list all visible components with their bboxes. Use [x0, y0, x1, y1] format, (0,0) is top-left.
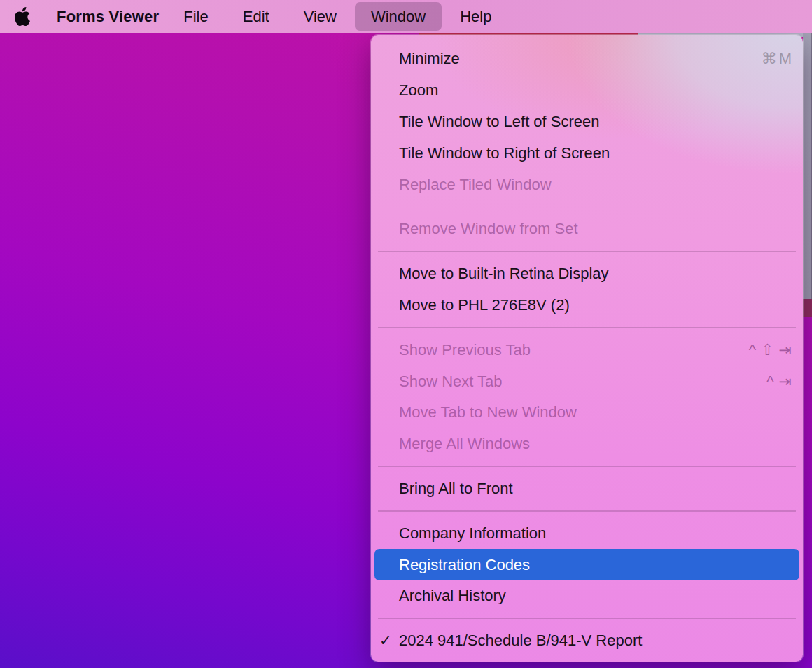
menu-item-shortcut: ⌘M: [762, 50, 794, 68]
menu-item-label: Bring All to Front: [399, 480, 792, 498]
menu-item-label: Archival History: [399, 587, 792, 605]
menu-item-label: Tile Window to Right of Screen: [399, 144, 792, 162]
menu-item-label: Remove Window from Set: [399, 220, 792, 238]
menu-item-move-tab-to-new-window: Move Tab to New Window: [371, 397, 803, 429]
menu-item-2024-941-schedule-b-941-v-report[interactable]: ✓2024 941/Schedule B/941-V Report: [371, 625, 803, 657]
menu-item-label: Move to Built-in Retina Display: [399, 265, 792, 283]
menu-item-label: 2024 941/Schedule B/941-V Report: [399, 632, 792, 650]
menu-item-shortcut: ^⇥: [766, 373, 797, 391]
menu-item-label: Tile Window to Left of Screen: [399, 113, 792, 131]
menu-item-label: Show Next Tab: [399, 373, 766, 391]
menu-item-tile-window-to-right-of-screen[interactable]: Tile Window to Right of Screen: [371, 137, 803, 169]
menubar-item-help[interactable]: Help: [444, 2, 507, 31]
menu-item-show-previous-tab: Show Previous Tab^⇧⇥: [371, 334, 803, 366]
menu-item-minimize[interactable]: Minimize⌘M: [371, 43, 803, 75]
menu-item-label: Company Information: [399, 524, 792, 543]
menu-item-remove-window-from-set: Remove Window from Set: [371, 214, 803, 245]
menu-item-label: Replace Tiled Window: [399, 176, 792, 194]
background-window-right-strip: [803, 33, 812, 299]
menu-separator: [371, 504, 803, 517]
checkmark-icon: ✓: [379, 632, 392, 649]
menubar-item-view[interactable]: View: [288, 2, 353, 31]
menu-item-label: Merge All Windows: [399, 435, 792, 453]
apple-menu-icon[interactable]: [15, 7, 30, 26]
menu-item-label: Registration Codes: [399, 556, 788, 574]
menu-item-show-next-tab: Show Next Tab^⇥: [371, 366, 803, 397]
menu-bar-items: FileEditViewWindowHelp: [165, 0, 507, 33]
menu-item-label: Zoom: [399, 81, 792, 99]
menu-item-label: Minimize: [399, 50, 762, 68]
menubar-item-window[interactable]: Window: [355, 2, 442, 31]
menu-item-archival-history[interactable]: Archival History: [371, 580, 803, 612]
menu-item-bring-all-to-front[interactable]: Bring All to Front: [371, 473, 803, 505]
menu-item-company-information[interactable]: Company Information: [371, 517, 803, 549]
background-window-right-strip-maroon: [803, 299, 812, 317]
menu-item-tile-window-to-left-of-screen[interactable]: Tile Window to Left of Screen: [371, 106, 803, 138]
menu-item-shortcut: ^⇧⇥: [749, 341, 797, 359]
menu-item-label: Show Previous Tab: [399, 341, 749, 359]
menu-item-zoom[interactable]: Zoom: [371, 75, 803, 106]
menu-separator: [371, 200, 803, 214]
menu-separator: [371, 460, 803, 473]
menu-item-label: Move Tab to New Window: [399, 403, 792, 422]
menu-separator: [371, 612, 803, 625]
menu-item-move-to-phl-276e8v-2[interactable]: Move to PHL 276E8V (2): [371, 290, 803, 321]
menu-item-move-to-built-in-retina-display[interactable]: Move to Built-in Retina Display: [371, 258, 803, 290]
menu-item-merge-all-windows: Merge All Windows: [371, 429, 803, 460]
menu-separator: [371, 321, 803, 334]
menu-item-replace-tiled-window: Replace Tiled Window: [371, 169, 803, 200]
app-menu-title[interactable]: Forms Viewer: [57, 8, 159, 26]
menubar-item-file[interactable]: File: [167, 2, 224, 31]
menubar-item-edit[interactable]: Edit: [227, 2, 286, 31]
menu-item-registration-codes[interactable]: Registration Codes: [374, 549, 799, 580]
menu-bar: Forms Viewer FileEditViewWindowHelp: [0, 0, 812, 33]
menu-separator: [371, 245, 803, 258]
window-dropdown-menu: Minimize⌘MZoomTile Window to Left of Scr…: [371, 35, 803, 662]
menu-item-label: Move to PHL 276E8V (2): [399, 296, 792, 314]
